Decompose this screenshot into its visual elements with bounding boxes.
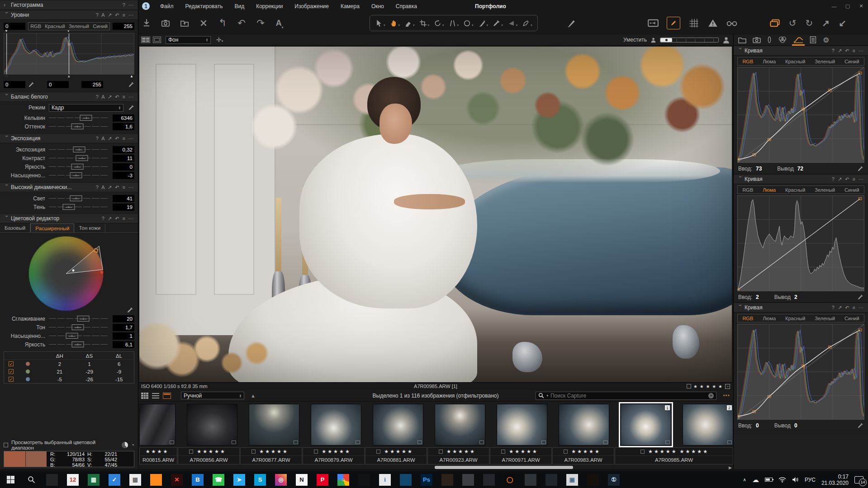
- highlight-picker-icon[interactable]: [128, 81, 134, 88]
- slider-track[interactable]: [49, 316, 109, 322]
- cell-stars[interactable]: ★ ★ ★ ★ ★: [322, 449, 350, 455]
- hdr-section-header[interactable]: › Высокий динамически... ? A ↗ ↶ ≡ ⋯: [0, 182, 138, 192]
- single-view-icon[interactable]: [153, 37, 161, 43]
- curve-section-header[interactable]: › Кривая ? ↗ ↶ ≡ ⋯: [734, 303, 868, 313]
- close-button[interactable]: ✕: [854, 0, 868, 12]
- curve-tab-blue[interactable]: Синий: [844, 59, 859, 64]
- tray-expand-icon[interactable]: ∧: [743, 477, 746, 482]
- taskbar-app-icon[interactable]: [395, 471, 416, 488]
- curve-tab-rgb[interactable]: RGB: [742, 59, 753, 64]
- curve-plot[interactable]: [737, 67, 864, 163]
- levels-output-low[interactable]: 0: [4, 81, 25, 88]
- sort-select[interactable]: Ручной ▲▼: [181, 392, 244, 399]
- tab-skin-tone[interactable]: Тон кожи: [74, 223, 105, 232]
- mid-marker-top[interactable]: ▼: [67, 29, 70, 33]
- tag-checkbox[interactable]: [501, 450, 505, 454]
- slider-track[interactable]: [49, 324, 109, 330]
- exposure-warning-panel-icon[interactable]: [648, 17, 659, 29]
- tag-checkbox[interactable]: [314, 450, 318, 454]
- tab-advanced[interactable]: Расширенный: [30, 223, 74, 232]
- slider-handle[interactable]: [77, 316, 89, 322]
- taskbar-app-icon[interactable]: [479, 471, 499, 488]
- slider-handle[interactable]: [71, 123, 83, 129]
- browser-menu-icon[interactable]: •••: [723, 393, 730, 399]
- histogram-section-header[interactable]: › Гистограмма ? ⋯: [0, 0, 138, 10]
- curve-tab-green[interactable]: Зеленый: [815, 187, 835, 193]
- curve-tab-red[interactable]: Красный: [785, 316, 805, 321]
- text-tool-icon[interactable]: A▾: [274, 17, 285, 29]
- taskbar-app-icon[interactable]: [458, 471, 479, 488]
- taskbar-app-icon[interactable]: P: [312, 471, 333, 488]
- channel-tab[interactable]: Синий: [93, 24, 107, 29]
- curve-section-header[interactable]: › Кривая ? ↗ ↶ ≡ ⋯: [734, 46, 868, 56]
- cell-stars[interactable]: ★ ★ ★ ★ ★: [384, 449, 412, 455]
- slider-value[interactable]: 11: [113, 155, 134, 162]
- slider-value[interactable]: 1: [113, 332, 134, 340]
- slider-value[interactable]: 0,32: [113, 146, 134, 153]
- tab-capture-icon[interactable]: [753, 34, 761, 46]
- taskbar-app-icon[interactable]: N: [291, 471, 312, 488]
- curve-tab-red[interactable]: Красный: [785, 187, 805, 193]
- slider-track[interactable]: [49, 204, 109, 210]
- collapse-icon[interactable]: ›: [4, 12, 10, 18]
- highlight-handle[interactable]: ▲: [130, 75, 133, 78]
- image-cell[interactable]: ★ ★ ★ ★ ★ A7R00877.ARW: [240, 447, 302, 464]
- curve-picker-icon[interactable]: [857, 294, 863, 300]
- color-range-row[interactable]: ✓ 21 -29 -9: [4, 368, 134, 375]
- collapse-icon[interactable]: ›: [4, 94, 10, 100]
- tag-checkbox[interactable]: [640, 450, 645, 454]
- menu-item[interactable]: Вид: [228, 0, 250, 12]
- pan-tool-icon[interactable]: ▾: [390, 19, 400, 27]
- taskbar-app-icon[interactable]: [583, 471, 603, 488]
- taskbar-app-icon[interactable]: ➤: [229, 471, 250, 488]
- heal-tool-icon[interactable]: ▾: [522, 19, 532, 27]
- slider-value[interactable]: 6,1: [113, 341, 134, 348]
- curve-picker-icon[interactable]: [857, 422, 863, 429]
- curve-tab-blue[interactable]: Синий: [844, 187, 859, 193]
- taskbar-app-icon[interactable]: ○: [333, 471, 354, 488]
- taskbar-app-icon[interactable]: [437, 471, 458, 488]
- zoom-slider-handle[interactable]: [660, 38, 672, 42]
- pick-color-tool-icon[interactable]: ▾: [493, 19, 503, 27]
- slider-value[interactable]: 6346: [113, 114, 134, 122]
- eraser-tool-icon[interactable]: ▾: [404, 19, 415, 27]
- slider-value[interactable]: 1,7: [113, 324, 134, 331]
- section-header-icons[interactable]: ? ↗ ↶ ≡ ⋯: [102, 216, 134, 222]
- cell-stars[interactable]: ★ ★ ★ ★ ★: [648, 449, 676, 455]
- taskbar-app-icon[interactable]: ◯: [499, 471, 520, 488]
- exposure-section-header[interactable]: › Экспозиция ? A ↗ ↶ ≡ ⋯: [0, 133, 138, 143]
- levels-mid[interactable]: 0: [47, 81, 69, 88]
- sort-direction-icon[interactable]: ▲: [251, 393, 256, 398]
- slider-handle[interactable]: [70, 172, 82, 178]
- slider-value[interactable]: -3: [113, 172, 134, 179]
- taskbar-app-icon[interactable]: ▣: [562, 471, 583, 488]
- brush-settings-icon[interactable]: [565, 17, 576, 29]
- curve-tab-luma[interactable]: Люма: [763, 187, 776, 193]
- cell-stars[interactable]: ★ ★ ★ ★: [146, 449, 168, 455]
- range-checkbox[interactable]: ✓: [9, 377, 14, 382]
- grid-view-icon[interactable]: [141, 393, 148, 399]
- onedrive-icon[interactable]: ☁: [752, 476, 759, 484]
- tag-checkbox[interactable]: [439, 450, 443, 454]
- slider-track[interactable]: [49, 147, 109, 152]
- shadow-handle[interactable]: ▲: [5, 75, 8, 78]
- search-icon[interactable]: [538, 393, 544, 398]
- thumbnail[interactable]: [187, 404, 237, 445]
- taskbar-app-icon[interactable]: ✓: [104, 471, 125, 488]
- tag-checkbox[interactable]: [376, 450, 380, 454]
- search-input[interactable]: [550, 393, 706, 399]
- curve-tab-blue[interactable]: Синий: [844, 316, 859, 321]
- tag-checkbox[interactable]: [564, 450, 568, 454]
- delete-icon[interactable]: [198, 17, 209, 29]
- slider-track[interactable]: [49, 333, 109, 339]
- view-range-checkbox[interactable]: [4, 443, 8, 447]
- tag-checkbox[interactable]: [251, 450, 256, 454]
- taskbar-app-icon[interactable]: i: [375, 471, 395, 488]
- taskbar-app-icon[interactable]: ▦: [83, 471, 104, 488]
- cell-stars[interactable]: ★ ★ ★ ★ ★: [571, 449, 599, 455]
- tab-lens-icon[interactable]: [767, 34, 772, 46]
- curve-tab-luma[interactable]: Люма: [763, 59, 776, 64]
- image-cell[interactable]: ★ ★ ★ ★ R00815.ARW: [139, 447, 177, 464]
- taskbar-app-icon[interactable]: ①: [603, 471, 624, 488]
- slider-handle[interactable]: [73, 147, 85, 152]
